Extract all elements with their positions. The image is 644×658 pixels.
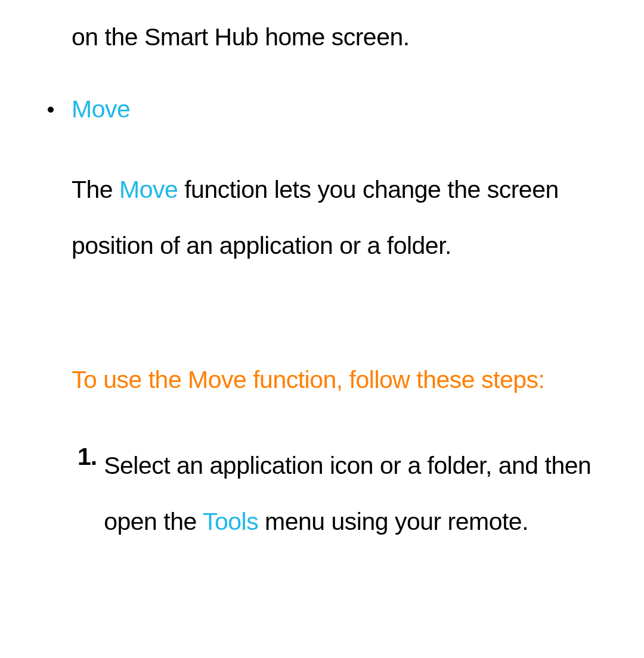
- desc-highlight: Move: [119, 176, 178, 203]
- step-number: 1.: [78, 437, 97, 477]
- bullet-label: Move: [72, 90, 130, 129]
- desc-part1: The: [72, 176, 119, 203]
- bullet-icon: [48, 107, 54, 113]
- step-highlight: Tools: [203, 508, 258, 535]
- step-part2: menu using your remote.: [258, 508, 528, 535]
- steps-heading: To use the Move function, follow these s…: [72, 352, 620, 408]
- bullet-item: Move: [72, 90, 620, 129]
- step-1: 1. Select an application icon or a folde…: [72, 437, 620, 550]
- step-text: Select an application icon or a folder, …: [104, 437, 620, 550]
- move-description: The Move function lets you change the sc…: [72, 162, 620, 274]
- fragment-top-text: on the Smart Hub home screen.: [72, 18, 620, 57]
